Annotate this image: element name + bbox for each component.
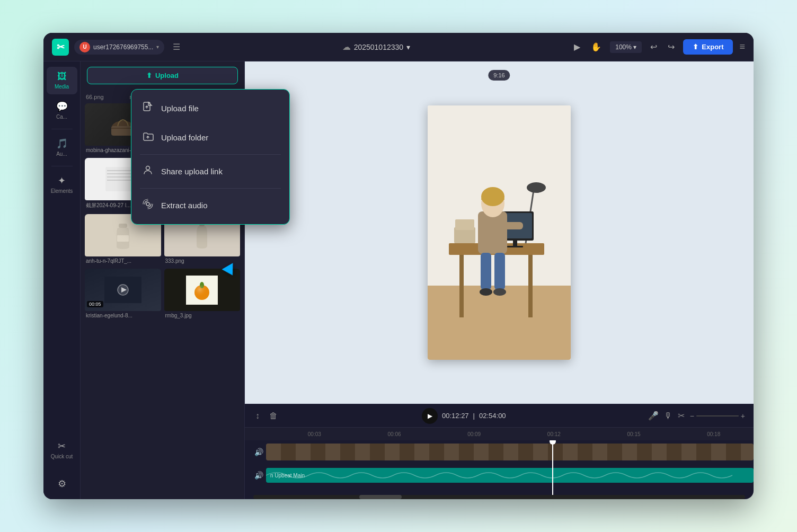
zoom-plus-icon[interactable]: + <box>741 412 745 420</box>
svg-rect-46 <box>266 444 754 460</box>
svg-rect-37 <box>455 219 474 230</box>
settings-icon: ⚙ <box>58 478 66 490</box>
audio-track: 🔊 n Upbeat Main <box>245 464 754 487</box>
timeline-area: ↕ 🗑 ▶ 00:12:27 | 02:54:00 🎤 🎙 ✂ <box>245 404 754 499</box>
svg-rect-15 <box>119 224 127 228</box>
zoom-minus-icon[interactable]: − <box>690 412 694 420</box>
upload-label: Upload <box>155 72 179 79</box>
zoom-slider[interactable] <box>696 415 739 416</box>
undo-button[interactable]: ↩ <box>648 40 659 54</box>
dropdown-item-extract-audio[interactable]: Extract audio <box>131 191 289 220</box>
delete-tool-button[interactable]: 🗑 <box>267 409 280 423</box>
dropdown-divider <box>140 154 281 155</box>
sidebar-captions-label: Ca... <box>56 114 67 120</box>
quickcut-label: Quick cut <box>51 454 73 460</box>
upload-file-icon <box>142 101 154 116</box>
project-name[interactable]: ☁ 202501012330 ▾ <box>342 42 410 52</box>
audio-track-bar[interactable]: n Upbeat Main <box>266 468 754 483</box>
canvas-frame-indicator: 9:16 <box>488 70 510 81</box>
sidebar-audio-label: Au... <box>56 151 67 157</box>
main-area: 🖼 Media 💬 Ca... 🎵 Au... ✦ Elements ✂ Qui… <box>43 61 754 499</box>
avatar: U <box>79 42 90 52</box>
menu-icon[interactable]: ☰ <box>173 42 180 52</box>
sidebar-item-media[interactable]: 🖼 Media <box>47 67 77 94</box>
media-panel: ⬆ Upload Upload file <box>81 61 245 499</box>
sidebar-separator <box>51 129 73 129</box>
timeline-tracks: 🔊 🔊 n Upbeat Main <box>245 440 754 495</box>
dropdown-item-upload-folder[interactable]: Upload folder <box>131 123 289 152</box>
quickcut-icon: ✂ <box>58 440 66 452</box>
ruler-mark: 00:18 <box>674 431 754 437</box>
microphone-icon[interactable]: 🎤 <box>648 411 659 421</box>
voiceover-icon[interactable]: 🎙 <box>664 411 672 421</box>
sidebar-item-elements[interactable]: ✦ Elements <box>47 171 77 199</box>
dropdown-item-upload-file[interactable]: Upload file <box>131 94 289 123</box>
export-button[interactable]: ⬆ Export <box>683 39 733 55</box>
zoom-button[interactable]: 100% ▾ <box>610 41 642 53</box>
hand-tool-button[interactable]: ✋ <box>589 40 604 54</box>
dropdown-item-share-upload-link[interactable]: Share upload link <box>131 157 289 186</box>
svg-rect-39 <box>502 222 523 229</box>
upload-file-label: Upload file <box>161 104 199 113</box>
export-label: Export <box>702 43 723 51</box>
share-link-icon <box>142 164 154 179</box>
video-track-bar[interactable] <box>266 444 754 460</box>
sidebar-item-settings[interactable]: ⚙ <box>47 474 77 494</box>
media-item-label: rmbg_3.jpg <box>164 311 241 320</box>
cloud-icon: ☁ <box>342 42 351 52</box>
user-badge[interactable]: U user172676969755... ▾ <box>74 40 164 55</box>
svg-rect-38 <box>478 211 507 254</box>
sidebar-item-audio[interactable]: 🎵 Au... <box>47 134 77 162</box>
redo-button[interactable]: ↪ <box>666 40 677 54</box>
top-bar-tools: ▶ ✋ 100% ▾ ↩ ↪ ⬆ Export ≡ <box>572 39 745 55</box>
upload-folder-label: Upload folder <box>161 133 208 142</box>
sidebar-item-captions[interactable]: 💬 Ca... <box>47 96 77 125</box>
timeline-time: ▶ 00:12:27 | 02:54:00 <box>285 408 643 424</box>
svg-rect-42 <box>481 253 491 290</box>
split-icon[interactable]: ✂ <box>678 411 685 421</box>
svg-point-24 <box>194 285 209 300</box>
video-track: 🔊 <box>245 440 754 464</box>
canvas-preview <box>428 105 571 360</box>
share-upload-link-label: Share upload link <box>161 167 223 176</box>
project-chevron-icon: ▾ <box>406 43 410 51</box>
svg-rect-35 <box>507 246 523 247</box>
svg-rect-10 <box>107 173 134 174</box>
svg-point-1 <box>146 166 150 170</box>
project-name-label: 202501012330 <box>354 43 403 51</box>
svg-rect-34 <box>513 241 517 246</box>
track-volume-icon[interactable]: 🔊 <box>253 447 264 457</box>
timeline-playhead[interactable] <box>552 440 553 495</box>
timeline-ruler: 00:03 00:06 00:09 00:12 00:15 00:18 <box>245 428 754 440</box>
audio-volume-icon[interactable]: 🔊 <box>253 470 264 481</box>
sidebar-item-quickcut[interactable]: ✂ Quick cut <box>47 436 77 464</box>
top-bar: ✂ U user172676969755... ▾ ☰ ☁ 2025010123… <box>43 33 754 61</box>
list-item[interactable]: 00:05 kristian-egelund-8... <box>85 269 161 320</box>
svg-rect-28 <box>528 254 533 317</box>
audio-icon: 🎵 <box>56 138 68 149</box>
frame-size-label: 9:16 <box>493 72 504 78</box>
media-item-label: kristian-egelund-8... <box>85 311 161 320</box>
ruler-mark: 00:15 <box>594 431 674 437</box>
user-chevron-icon: ▾ <box>156 44 159 50</box>
cursor-tool-button[interactable]: ↕ <box>253 409 262 423</box>
ruler-mark: 00:06 <box>355 431 435 437</box>
svg-rect-12 <box>107 180 131 181</box>
media-item-label: 333.png <box>164 256 241 265</box>
sidebar-separator-2 <box>51 166 73 166</box>
upload-dropdown-menu: Upload file Upload folder <box>131 89 290 225</box>
play-button[interactable]: ▶ <box>422 408 438 424</box>
extract-audio-label: Extract audio <box>161 201 208 210</box>
sidebar-elements-label: Elements <box>51 188 73 194</box>
preview-scene <box>428 105 571 360</box>
svg-point-45 <box>493 288 506 296</box>
play-mode-button[interactable]: ▶ <box>572 40 582 54</box>
time-separator: | <box>473 412 475 420</box>
timeline-right-tools: 🎤 🎙 ✂ − + <box>648 411 745 421</box>
zoom-control: − + <box>690 412 745 420</box>
app-logo: ✂ <box>52 39 69 56</box>
hamburger-icon[interactable]: ≡ <box>739 41 745 52</box>
upload-button[interactable]: ⬆ Upload <box>87 67 238 84</box>
media-icon: 🖼 <box>57 71 67 82</box>
timeline-toolbar: ↕ 🗑 ▶ 00:12:27 | 02:54:00 🎤 🎙 ✂ <box>245 404 754 428</box>
